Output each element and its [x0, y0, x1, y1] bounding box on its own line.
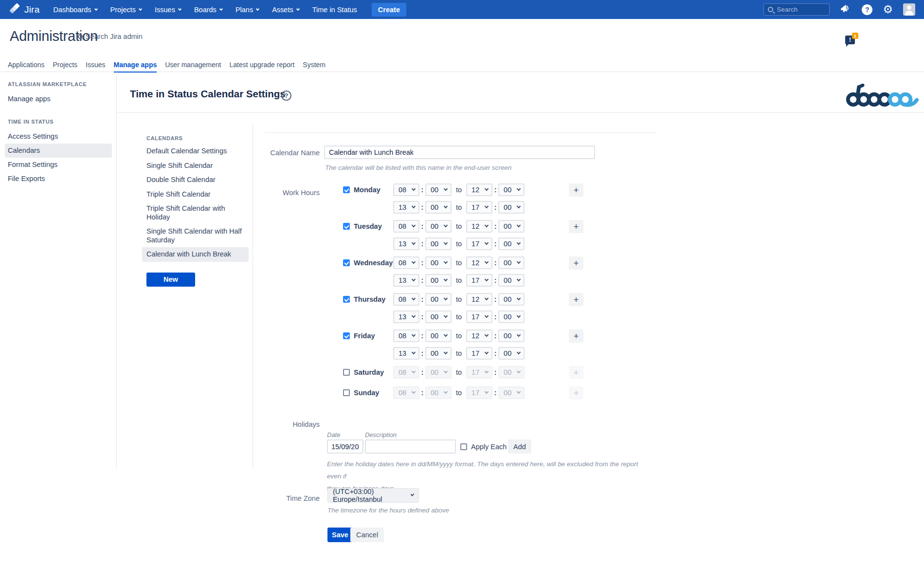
tab-manage-apps[interactable]: Manage apps: [114, 58, 157, 73]
thursday-start-hour-select[interactable]: 13: [393, 310, 419, 323]
day-checkbox-monday[interactable]: Monday: [343, 183, 393, 196]
thursday-end-minute-select[interactable]: 00: [498, 293, 525, 306]
monday-checkbox[interactable]: [343, 186, 350, 193]
thursday-end-hour-select[interactable]: 17: [466, 310, 492, 323]
thursday-checkbox[interactable]: [343, 296, 350, 303]
wednesday-start-minute-select[interactable]: 00: [425, 256, 452, 269]
day-checkbox-sunday[interactable]: Sunday: [343, 386, 393, 399]
tuesday-end-hour-select[interactable]: 17: [466, 237, 492, 250]
sidebar-item-manage-apps[interactable]: Manage apps: [5, 92, 112, 106]
day-checkbox-friday[interactable]: Friday: [343, 329, 393, 342]
monday-end-hour-select[interactable]: 17: [466, 201, 492, 214]
monday-start-minute-select[interactable]: 00: [425, 201, 452, 214]
sunday-checkbox[interactable]: [343, 389, 350, 396]
nav-item-plans[interactable]: Plans: [236, 6, 259, 14]
wednesday-start-hour-select[interactable]: 13: [393, 274, 419, 287]
timezone-select[interactable]: (UTC+03:00) Europe/Istanbul: [327, 488, 419, 503]
monday-start-minute-select[interactable]: 00: [425, 183, 452, 196]
friday-start-hour-select[interactable]: 08: [393, 329, 419, 342]
friday-checkbox[interactable]: [343, 332, 350, 339]
calendar-item-triple-shift-calendar-with-holiday[interactable]: Triple Shift Calendar with Holiday: [142, 201, 249, 224]
sidebar-item-calendars[interactable]: Calendars: [5, 144, 112, 158]
friday-start-hour-select[interactable]: 13: [393, 347, 419, 360]
wednesday-end-minute-select[interactable]: 00: [498, 256, 525, 269]
tuesday-start-minute-select[interactable]: 00: [425, 237, 452, 250]
monday-end-minute-select[interactable]: 00: [498, 201, 525, 214]
sidebar-item-format-settings[interactable]: Format Settings: [5, 158, 112, 172]
calendar-name-input[interactable]: [324, 146, 595, 159]
tuesday-end-minute-select[interactable]: 00: [498, 220, 525, 233]
monday-start-hour-select[interactable]: 13: [393, 201, 419, 214]
notification-bubble-icon[interactable]: ! 1: [845, 36, 855, 44]
calendar-item-single-shift-calendar[interactable]: Single Shift Calendar: [142, 159, 249, 173]
calendar-item-double-shift-calendar[interactable]: Double Shift Calendar: [142, 173, 249, 187]
cancel-button[interactable]: Cancel: [350, 528, 384, 542]
thursday-start-minute-select[interactable]: 00: [425, 293, 452, 306]
tuesday-end-hour-select[interactable]: 12: [466, 220, 492, 233]
day-checkbox-saturday[interactable]: Saturday: [343, 366, 393, 379]
monday-end-hour-select[interactable]: 12: [466, 183, 492, 196]
user-avatar[interactable]: [903, 3, 915, 16]
monday-start-hour-select[interactable]: 08: [393, 183, 419, 196]
add-holiday-button[interactable]: Add: [508, 439, 531, 454]
nav-item-boards[interactable]: Boards: [194, 6, 222, 14]
new-button[interactable]: New: [146, 273, 195, 287]
help-icon[interactable]: ?: [862, 4, 872, 15]
wednesday-end-hour-select[interactable]: 17: [466, 274, 492, 287]
holiday-date-input[interactable]: [327, 439, 363, 454]
tab-issues[interactable]: Issues: [86, 58, 105, 73]
calendar-item-single-shift-calendar-with-half-saturday[interactable]: Single Shift Calendar with Half Saturday: [142, 224, 249, 247]
add-range-button-tuesday[interactable]: +: [569, 220, 583, 233]
tuesday-checkbox[interactable]: [343, 223, 350, 230]
wednesday-end-minute-select[interactable]: 00: [498, 274, 525, 287]
apply-each-year-checkbox[interactable]: [460, 443, 467, 450]
tuesday-start-hour-select[interactable]: 13: [393, 237, 419, 250]
monday-end-minute-select[interactable]: 00: [498, 183, 525, 196]
calendar-item-triple-shift-calendar[interactable]: Triple Shift Calendar: [142, 187, 249, 202]
nav-item-projects[interactable]: Projects: [110, 6, 142, 14]
thursday-start-hour-select[interactable]: 08: [393, 293, 419, 306]
sidebar-item-file-exports[interactable]: File Exports: [5, 172, 112, 186]
jira-logo[interactable]: Jira: [10, 3, 39, 16]
thursday-end-hour-select[interactable]: 12: [466, 293, 492, 306]
thursday-end-minute-select[interactable]: 00: [498, 310, 525, 323]
add-range-button-wednesday[interactable]: +: [569, 256, 583, 270]
tuesday-start-minute-select[interactable]: 00: [425, 220, 452, 233]
add-range-button-thursday[interactable]: +: [569, 293, 583, 306]
nav-item-issues[interactable]: Issues: [155, 6, 181, 14]
calendar-item-calendar-with-lunch-break[interactable]: Calendar with Lunch Break: [142, 247, 249, 262]
tab-latest-upgrade-report[interactable]: Latest upgrade report: [229, 58, 294, 73]
save-button[interactable]: Save: [327, 528, 353, 542]
tab-system[interactable]: System: [303, 58, 326, 73]
thursday-start-minute-select[interactable]: 00: [425, 310, 452, 323]
nav-search-input[interactable]: Search: [763, 3, 830, 16]
day-checkbox-tuesday[interactable]: Tuesday: [343, 220, 393, 233]
friday-end-minute-select[interactable]: 00: [498, 329, 525, 342]
friday-start-minute-select[interactable]: 00: [425, 329, 452, 342]
wednesday-start-hour-select[interactable]: 08: [393, 256, 419, 269]
tab-user-management[interactable]: User management: [165, 58, 221, 73]
day-checkbox-wednesday[interactable]: Wednesday: [343, 256, 393, 269]
tuesday-end-minute-select[interactable]: 00: [498, 237, 525, 250]
gear-icon[interactable]: ⚙: [883, 4, 893, 15]
friday-end-hour-select[interactable]: 12: [466, 329, 492, 342]
wednesday-start-minute-select[interactable]: 00: [425, 274, 452, 287]
help-circle-icon[interactable]: ?: [281, 91, 291, 101]
wednesday-checkbox[interactable]: [343, 259, 350, 266]
calendar-item-default-calendar-settings[interactable]: Default Calendar Settings: [142, 144, 249, 159]
create-button[interactable]: Create: [372, 3, 406, 17]
holiday-description-input[interactable]: [365, 439, 456, 454]
friday-end-hour-select[interactable]: 17: [466, 347, 492, 360]
nav-item-assets[interactable]: Assets: [272, 6, 299, 14]
add-range-button-friday[interactable]: +: [569, 329, 583, 343]
friday-start-minute-select[interactable]: 00: [425, 347, 452, 360]
tab-applications[interactable]: Applications: [8, 58, 45, 73]
friday-end-minute-select[interactable]: 00: [498, 347, 525, 360]
add-range-button-monday[interactable]: +: [569, 183, 583, 197]
tuesday-start-hour-select[interactable]: 08: [393, 220, 419, 233]
tab-projects[interactable]: Projects: [53, 58, 78, 73]
wednesday-end-hour-select[interactable]: 12: [466, 256, 492, 269]
sidebar-item-access-settings[interactable]: Access Settings: [5, 129, 112, 144]
nav-item-dashboards[interactable]: Dashboards: [53, 6, 97, 14]
nav-item-time-in-status[interactable]: Time in Status: [312, 6, 357, 14]
